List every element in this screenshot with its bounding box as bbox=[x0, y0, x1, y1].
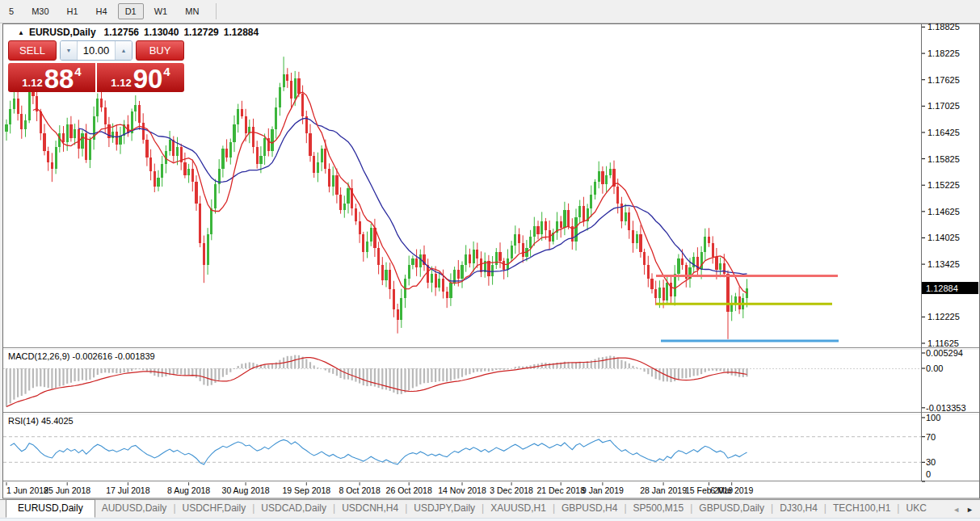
buy-price-display[interactable]: 1.12 90 4 bbox=[97, 63, 184, 92]
ohlc-open: 1.12756 bbox=[104, 27, 139, 38]
toolbar-separator bbox=[216, 3, 217, 19]
date-tick-label: 14 Nov 2018 bbox=[438, 485, 486, 495]
timeframe-buttons: 5M30H1H4D1W1MN bbox=[0, 3, 208, 19]
buy-button[interactable]: BUY bbox=[136, 40, 184, 61]
sell-price-big: 88 bbox=[44, 69, 74, 90]
tab-usdjpy-daily[interactable]: USDJPY,Daily bbox=[407, 500, 482, 518]
volume-stepper: ▼ 10.00 ▲ bbox=[60, 40, 132, 61]
svg-text:1.14625: 1.14625 bbox=[927, 207, 960, 216]
date-tick-label: 17 Jul 2018 bbox=[106, 485, 149, 495]
date-tick-label: 25 Jun 2018 bbox=[44, 485, 90, 495]
tab-usdcad-daily[interactable]: USDCAD,Daily bbox=[254, 500, 333, 518]
sell-price-display[interactable]: 1.12 88 4 bbox=[8, 63, 95, 92]
svg-text:1.18825: 1.18825 bbox=[927, 22, 960, 32]
sell-price-small: 1.12 bbox=[22, 77, 42, 90]
timeframe-button-h4[interactable]: H4 bbox=[89, 3, 115, 19]
sell-button[interactable]: SELL bbox=[8, 40, 57, 61]
window-bottom-edge bbox=[0, 518, 980, 521]
svg-text:0: 0 bbox=[926, 469, 931, 479]
timeframe-button-d1[interactable]: D1 bbox=[118, 3, 144, 19]
tab-gbpusd-daily[interactable]: GBPUSD,Daily bbox=[692, 500, 771, 518]
svg-text:1.16425: 1.16425 bbox=[927, 128, 960, 137]
svg-text:1.15225: 1.15225 bbox=[927, 180, 960, 190]
svg-text:30: 30 bbox=[926, 457, 936, 467]
svg-text:1.12884: 1.12884 bbox=[926, 284, 958, 293]
ohlc-close: 1.12884 bbox=[224, 27, 259, 38]
chart-title: ▲ EURUSD,Daily 1.12756 1.13040 1.12729 1… bbox=[18, 27, 263, 38]
panel-backgrounds bbox=[3, 24, 980, 498]
date-tick-label: 8 Aug 2018 bbox=[167, 485, 210, 495]
buy-price-small: 1.12 bbox=[111, 77, 131, 90]
timeframe-button-m30[interactable]: M30 bbox=[24, 3, 56, 19]
tab-ukc[interactable]: UKC bbox=[899, 500, 932, 518]
chart-tab-bar: EURUSD,DailyAUDUSD,Daily|USDCHF,Daily|US… bbox=[0, 499, 980, 518]
svg-text:0.005294: 0.005294 bbox=[926, 348, 963, 358]
svg-text:1.15825: 1.15825 bbox=[927, 154, 960, 164]
date-tick-label: 21 Dec 2018 bbox=[536, 485, 585, 495]
timeframe-button-5[interactable]: 5 bbox=[2, 3, 21, 19]
symbol-label: EURUSD,Daily bbox=[29, 27, 96, 38]
date-tick-label: 19 Sep 2018 bbox=[283, 485, 331, 495]
volume-input[interactable]: 10.00 bbox=[78, 41, 115, 60]
tab-audusd-daily[interactable]: AUDUSD,Daily bbox=[95, 500, 174, 518]
volume-increase-icon[interactable]: ▲ bbox=[115, 41, 132, 60]
svg-text:70: 70 bbox=[926, 432, 936, 442]
tab-eurusd-daily[interactable]: EURUSD,Daily bbox=[6, 499, 95, 518]
collapse-panel-icon[interactable]: ▲ bbox=[18, 29, 24, 36]
tab-dj30-h4[interactable]: DJ30,H4 bbox=[773, 500, 824, 518]
one-click-trading-panel: SELL ▼ 10.00 ▲ BUY 1.12 88 4 1.12 90 4 bbox=[8, 40, 184, 92]
sell-price-sup: 4 bbox=[74, 65, 81, 78]
ohlc-low: 1.12729 bbox=[183, 27, 218, 38]
svg-text:1.13425: 1.13425 bbox=[927, 259, 960, 269]
tab-scroll-left-icon[interactable]: ◄ bbox=[953, 506, 960, 514]
svg-text:100: 100 bbox=[926, 413, 940, 422]
buy-price-sup: 4 bbox=[163, 65, 170, 78]
timeframe-toolbar: 5M30H1H4D1W1MN bbox=[0, 0, 980, 23]
buy-price-big: 90 bbox=[133, 69, 163, 90]
timeframe-button-h1[interactable]: H1 bbox=[60, 3, 86, 19]
svg-text:1.17025: 1.17025 bbox=[927, 101, 960, 111]
tab-xauusd-h1[interactable]: XAUUSD,H1 bbox=[484, 500, 553, 518]
date-tick-label: 1 Jun 2018 bbox=[6, 485, 48, 495]
volume-decrease-icon[interactable]: ▼ bbox=[61, 41, 78, 60]
rsi-label: RSI(14) 45.4025 bbox=[8, 416, 74, 426]
timeframe-button-mn[interactable]: MN bbox=[178, 3, 206, 19]
date-tick-label: 9 Jan 2019 bbox=[582, 485, 624, 495]
macd-label: MACD(12,26,9) -0.002616 -0.001839 bbox=[8, 351, 155, 361]
svg-text:1.11625: 1.11625 bbox=[927, 338, 959, 348]
date-tick-label: 3 Dec 2018 bbox=[490, 485, 533, 495]
svg-text:0.00: 0.00 bbox=[926, 363, 943, 373]
tab-tech100-h1[interactable]: TECH100,H1 bbox=[826, 500, 897, 518]
svg-text:1.12225: 1.12225 bbox=[927, 312, 960, 321]
tab-scroll-arrows: ◄ ► bbox=[953, 506, 980, 518]
svg-text:1.14025: 1.14025 bbox=[927, 233, 960, 242]
tab-usdcnh-h4[interactable]: USDCNH,H4 bbox=[335, 500, 405, 518]
tab-usdchf-daily[interactable]: USDCHF,Daily bbox=[176, 500, 253, 518]
tab-scroll-right-icon[interactable]: ► bbox=[966, 506, 974, 514]
timeframe-button-w1[interactable]: W1 bbox=[147, 3, 175, 19]
date-tick-label: 6 Mar 2019 bbox=[710, 485, 753, 495]
tab-sp500-m15[interactable]: SP500,M15 bbox=[627, 500, 691, 518]
svg-text:1.18225: 1.18225 bbox=[927, 48, 960, 58]
date-tick-label: 30 Aug 2018 bbox=[222, 485, 270, 495]
date-tick-label: 26 Oct 2018 bbox=[386, 485, 432, 495]
svg-text:1.17625: 1.17625 bbox=[927, 75, 960, 85]
date-tick-label: 8 Oct 2018 bbox=[339, 485, 381, 495]
ohlc-high: 1.13040 bbox=[144, 27, 179, 38]
tab-gbpusd-h4[interactable]: GBPUSD,H4 bbox=[555, 500, 624, 518]
svg-text:-0.013353: -0.013353 bbox=[926, 403, 966, 413]
date-tick-label: 28 Jan 2019 bbox=[640, 485, 687, 495]
tabs-container: EURUSD,DailyAUDUSD,Daily|USDCHF,Daily|US… bbox=[6, 499, 933, 518]
